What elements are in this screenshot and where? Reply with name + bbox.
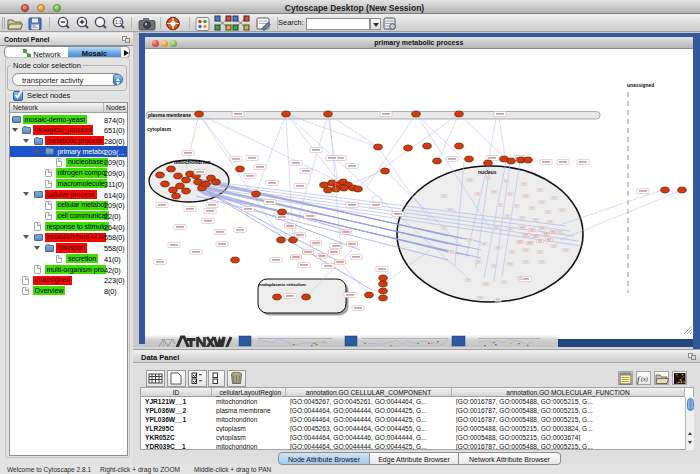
svg-text:cytoplasm: cytoplasm [147,127,172,132]
svg-text:1:1: 1:1 [115,20,122,25]
svg-text:plasma membrane: plasma membrane [148,113,191,118]
svg-text:endoplasmic reticulum: endoplasmic reticulum [259,282,306,287]
svg-text:mitochondrion: mitochondrion [174,159,210,165]
svg-text:(x): (x) [641,376,648,383]
svg-text:nucleus: nucleus [478,170,497,175]
svg-text:unassigned: unassigned [627,83,654,88]
